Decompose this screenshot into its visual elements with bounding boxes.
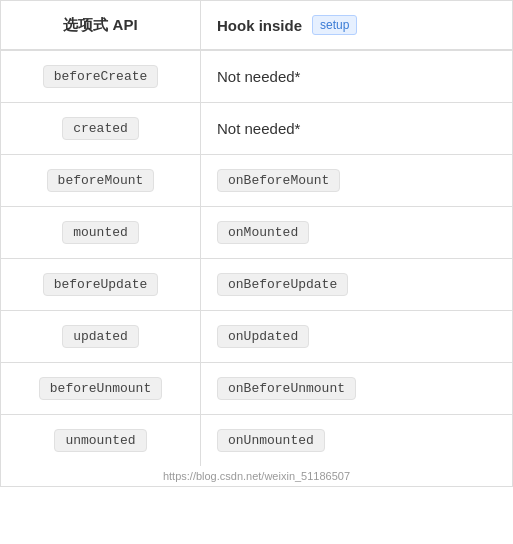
- table-row: beforeMountonBeforeMount: [1, 155, 512, 207]
- table-row: beforeCreateNot needed*: [1, 51, 512, 103]
- api-name-badge: created: [62, 117, 139, 140]
- table-row: beforeUnmountonBeforeUnmount: [1, 363, 512, 415]
- api-name-badge: beforeUnmount: [39, 377, 162, 400]
- cell-hook-name: onBeforeUpdate: [201, 259, 512, 310]
- header-col1-label: 选项式 API: [63, 16, 137, 35]
- table-container: 选项式 API Hook inside setup beforeCreateNo…: [0, 0, 513, 487]
- table-row: createdNot needed*: [1, 103, 512, 155]
- table-body: beforeCreateNot needed*createdNot needed…: [1, 51, 512, 466]
- cell-api-name: beforeCreate: [1, 51, 201, 102]
- hook-name-badge: onBeforeUnmount: [217, 377, 356, 400]
- cell-hook-name: Not needed*: [201, 103, 512, 154]
- cell-api-name: updated: [1, 311, 201, 362]
- cell-hook-name: onBeforeMount: [201, 155, 512, 206]
- table-row: updatedonUpdated: [1, 311, 512, 363]
- not-needed-text: Not needed*: [217, 120, 300, 137]
- table-row: unmountedonUnmounted: [1, 415, 512, 466]
- header-col2-label: Hook inside setup: [217, 15, 357, 35]
- api-name-badge: updated: [62, 325, 139, 348]
- api-name-badge: beforeUpdate: [43, 273, 159, 296]
- not-needed-text: Not needed*: [217, 68, 300, 85]
- api-name-badge: beforeCreate: [43, 65, 159, 88]
- cell-api-name: unmounted: [1, 415, 201, 466]
- hook-name-badge: onMounted: [217, 221, 309, 244]
- api-name-badge: mounted: [62, 221, 139, 244]
- cell-api-name: created: [1, 103, 201, 154]
- cell-hook-name: onMounted: [201, 207, 512, 258]
- cell-api-name: beforeMount: [1, 155, 201, 206]
- hook-name-badge: onBeforeUpdate: [217, 273, 348, 296]
- hook-name-badge: onUnmounted: [217, 429, 325, 452]
- hook-name-badge: onBeforeMount: [217, 169, 340, 192]
- cell-api-name: beforeUnmount: [1, 363, 201, 414]
- cell-hook-name: onUnmounted: [201, 415, 512, 466]
- cell-hook-name: Not needed*: [201, 51, 512, 102]
- hook-name-badge: onUpdated: [217, 325, 309, 348]
- cell-hook-name: onUpdated: [201, 311, 512, 362]
- api-name-badge: beforeMount: [47, 169, 155, 192]
- watermark: https://blog.csdn.net/weixin_51186507: [1, 466, 512, 486]
- header-col2: Hook inside setup: [201, 1, 512, 49]
- cell-hook-name: onBeforeUnmount: [201, 363, 512, 414]
- table-header: 选项式 API Hook inside setup: [1, 1, 512, 51]
- api-name-badge: unmounted: [54, 429, 146, 452]
- table-row: mountedonMounted: [1, 207, 512, 259]
- table-row: beforeUpdateonBeforeUpdate: [1, 259, 512, 311]
- setup-badge: setup: [312, 15, 357, 35]
- cell-api-name: beforeUpdate: [1, 259, 201, 310]
- header-col1: 选项式 API: [1, 1, 201, 49]
- cell-api-name: mounted: [1, 207, 201, 258]
